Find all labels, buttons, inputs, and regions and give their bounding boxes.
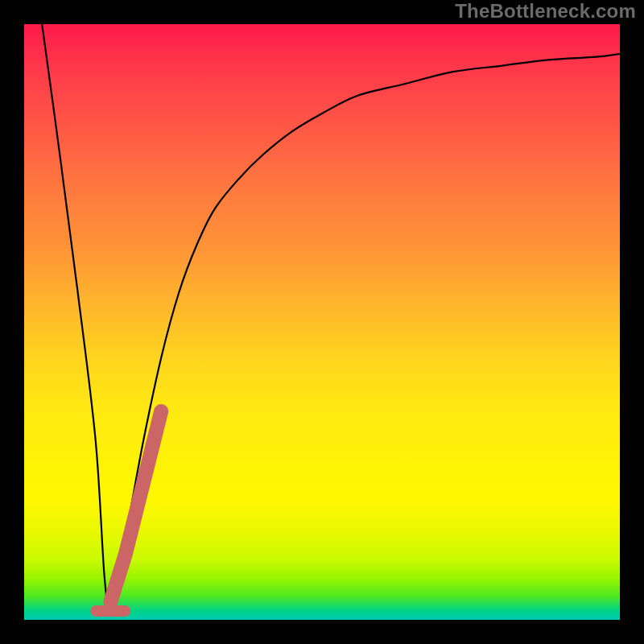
attribution-text: TheBottleneck.com — [455, 0, 636, 23]
plot-area — [24, 24, 620, 620]
figure-canvas: TheBottleneck.com — [0, 0, 644, 644]
marker-segment — [110, 411, 161, 602]
chart-svg — [24, 24, 620, 620]
